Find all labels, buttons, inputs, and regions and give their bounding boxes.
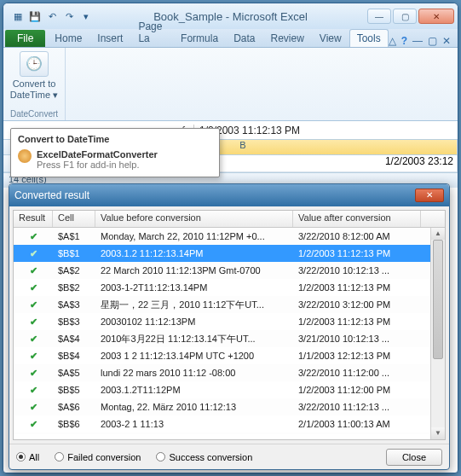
- screentip-title: Convert to DateTime: [18, 134, 212, 144]
- doc-minimize-icon[interactable]: —: [412, 35, 423, 47]
- tab-data[interactable]: Data: [226, 29, 262, 47]
- col-result[interactable]: Result: [14, 211, 53, 227]
- value-before: 2003 1 2 11:12:13.14PM UTC +1200: [95, 351, 293, 361]
- value-after: 1/2/2003 11:12:13 PM: [293, 282, 421, 293]
- value-before: 20030102 11:12:13PM: [95, 316, 293, 327]
- qat-dropdown-icon[interactable]: ▾: [78, 9, 94, 24]
- col-cell[interactable]: Cell: [53, 211, 95, 227]
- cell-ref: $A$4: [53, 334, 95, 344]
- table-row[interactable]: ✔$A$6Montag, 22. März 2010 11:12:133/22/…: [14, 398, 445, 415]
- ribbon-tabs: File HomeInsertPage LaFormulaDataReviewV…: [3, 29, 458, 48]
- value-before: 2003-2 1 11:13: [95, 419, 293, 429]
- value-after: 1/2/2003 11:12:13 PM: [293, 316, 421, 327]
- button-label-line2: DateTime ▾: [9, 90, 60, 101]
- value-before: 星期一，22 三月，2010 11:12下午UT...: [95, 299, 293, 311]
- button-label-line1: Convert to: [9, 78, 60, 90]
- table-row[interactable]: ✔$B$42003 1 2 11:12:13.14PM UTC +12001/1…: [14, 347, 445, 364]
- value-before: lundi 22 mars 2010 11:12 -08:00: [95, 368, 293, 378]
- success-check-icon: ✔: [14, 299, 53, 311]
- value-after: 3/22/2010 8:12:00 AM: [293, 231, 421, 241]
- value-before: 2003-1-2T11:12:13.14PM: [95, 282, 293, 293]
- scrollbar[interactable]: ▲ ▼: [430, 228, 445, 439]
- success-check-icon: ✔: [14, 402, 53, 413]
- tab-page-la[interactable]: Page La: [130, 17, 173, 47]
- cell-ref: $A$1: [53, 231, 95, 241]
- cell-ref: $A$5: [53, 368, 95, 378]
- results-table: Result Cell Value before conversion Valu…: [13, 210, 446, 440]
- screentip: Convert to DateTime ExcelDateFormatConve…: [10, 128, 220, 177]
- table-row[interactable]: ✔$B$62003-2 1 11:132/1/2003 11:00:13 AM: [14, 415, 445, 432]
- close-button[interactable]: ✕: [418, 9, 454, 24]
- value-before: 22 March 2010 11:12:13PM Gmt-0700: [95, 265, 293, 276]
- table-row[interactable]: ✔$A$722 марта 2010 г. 11:123/22/2010 11:…: [14, 432, 445, 434]
- cell-ref: $A$6: [53, 402, 95, 412]
- table-row[interactable]: ✔$A$42010年3月22日 11:12:13.14下午UT...3/21/2…: [14, 330, 445, 347]
- convert-to-datetime-button[interactable]: 🕒 Convert to DateTime ▾: [9, 51, 60, 101]
- filter-all-radio[interactable]: All: [16, 452, 39, 462]
- table-row[interactable]: ✔$B$22003-1-2T11:12:13.14PM1/2/2003 11:1…: [14, 279, 445, 296]
- table-row[interactable]: ✔$A$222 March 2010 11:12:13PM Gmt-07003/…: [14, 262, 445, 279]
- success-check-icon: ✔: [14, 385, 53, 396]
- success-check-icon: ✔: [14, 419, 53, 430]
- filter-success-radio[interactable]: Success conversion: [156, 452, 252, 462]
- dialog-titlebar[interactable]: Converted result ✕: [9, 184, 449, 206]
- tab-tools[interactable]: Tools: [349, 29, 389, 47]
- scroll-up-icon[interactable]: ▲: [431, 228, 445, 240]
- formula-input[interactable]: 1/2/2003 11:12:13 PM: [194, 125, 458, 136]
- success-check-icon: ✔: [14, 368, 53, 379]
- tab-view[interactable]: View: [312, 29, 349, 47]
- table-row[interactable]: ✔$B$52003.1.2T11:12PM1/2/2003 11:12:00 P…: [14, 381, 445, 398]
- value-before: Monday, March 22, 2010 11:12PM +0...: [95, 231, 293, 241]
- value-after: 3/22/2010 11:12:13 ...: [293, 402, 421, 412]
- success-check-icon: ✔: [14, 316, 53, 328]
- table-body[interactable]: ✔$A$1Monday, March 22, 2010 11:12PM +0..…: [14, 228, 445, 434]
- value-after: 3/21/2010 10:12:13 ...: [293, 334, 421, 344]
- filter-failed-radio[interactable]: Failed conversion: [55, 452, 141, 462]
- table-row[interactable]: ✔$B$12003.1.2 11:12:13.14PM1/2/2003 11:1…: [14, 245, 445, 262]
- group-dateconvert: 🕒 Convert to DateTime ▾ DateConvert: [3, 48, 66, 120]
- maximize-button[interactable]: ▢: [393, 9, 417, 24]
- save-icon[interactable]: 💾: [27, 9, 43, 24]
- chevron-down-icon: ▾: [53, 90, 58, 100]
- ribbon-minimize-icon[interactable]: △: [389, 35, 396, 47]
- value-after: 1/2/2003 11:12:13 PM: [293, 248, 421, 258]
- close-button[interactable]: Close: [386, 449, 442, 466]
- tab-review[interactable]: Review: [262, 29, 311, 47]
- undo-icon[interactable]: ↶: [44, 9, 60, 24]
- table-row[interactable]: ✔$A$5lundi 22 mars 2010 11:12 -08:003/22…: [14, 364, 445, 381]
- cell-ref: $B$4: [53, 351, 95, 361]
- screentip-help: Press F1 for add-in help.: [37, 160, 158, 170]
- success-check-icon: ✔: [14, 248, 53, 259]
- file-tab[interactable]: File: [5, 30, 45, 47]
- col-before[interactable]: Value before conversion: [95, 211, 293, 227]
- table-row[interactable]: ✔$A$3星期一，22 三月，2010 11:12下午UT...3/22/201…: [14, 296, 445, 313]
- help-icon[interactable]: ?: [401, 35, 407, 47]
- tab-formula[interactable]: Formula: [173, 29, 226, 47]
- window-controls: — ▢ ✕: [367, 9, 454, 24]
- success-check-icon: ✔: [14, 334, 53, 345]
- value-after: 1/2/2003 11:12:00 PM: [293, 385, 421, 395]
- doc-close-icon[interactable]: ✕: [442, 35, 451, 47]
- success-check-icon: ✔: [14, 282, 53, 293]
- table-row[interactable]: ✔$B$320030102 11:12:13PM1/2/2003 11:12:1…: [14, 313, 445, 330]
- cell-ref: $B$5: [53, 385, 95, 395]
- scroll-thumb[interactable]: [433, 240, 443, 359]
- success-check-icon: ✔: [14, 265, 53, 276]
- table-row[interactable]: ✔$A$1Monday, March 22, 2010 11:12PM +0..…: [14, 228, 445, 245]
- success-check-icon: ✔: [14, 351, 53, 362]
- redo-icon[interactable]: ↷: [61, 9, 77, 24]
- value-after: 3/22/2010 10:12:13 ...: [293, 265, 421, 276]
- doc-restore-icon[interactable]: ▢: [428, 35, 437, 47]
- tab-home[interactable]: Home: [47, 29, 89, 47]
- scroll-down-icon[interactable]: ▼: [431, 427, 445, 439]
- titlebar: ▦ 💾 ↶ ↷ ▾ Book_Sample - Microsoft Excel …: [3, 3, 458, 29]
- minimize-button[interactable]: —: [367, 9, 391, 24]
- table-header: Result Cell Value before conversion Valu…: [14, 211, 445, 228]
- col-after[interactable]: Value after conversion: [293, 211, 421, 227]
- tab-insert[interactable]: Insert: [89, 29, 130, 47]
- convert-datetime-icon: 🕒: [20, 51, 49, 77]
- dialog-close-button[interactable]: ✕: [415, 189, 444, 202]
- value-before: Montag, 22. März 2010 11:12:13: [95, 402, 293, 412]
- screentip-name: ExcelDateFormatConverter: [37, 149, 158, 160]
- cell-ref: $A$2: [53, 265, 95, 276]
